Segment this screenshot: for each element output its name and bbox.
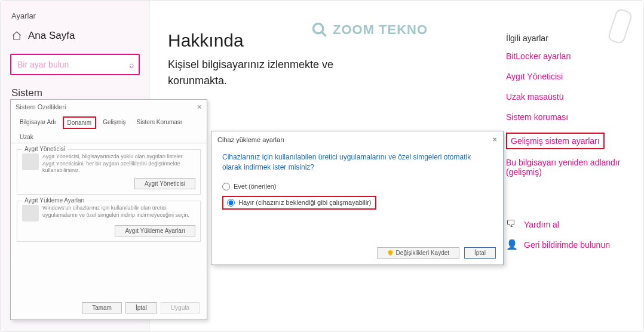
devmgr-desc: Aygıt Yöneticisi, bilgisayarınızda yüklü…	[42, 153, 195, 174]
device-manager-icon	[22, 153, 39, 170]
link-bitlocker[interactable]: BitLocker ayarları	[506, 51, 631, 61]
home-icon	[11, 30, 22, 41]
tab-remote[interactable]: Uzak	[16, 131, 38, 143]
feedback-action[interactable]: 👤 Geri bildirimde bulunun	[506, 239, 631, 251]
legend-devmgr: Aygıt Yöneticisi	[22, 146, 68, 152]
tab-hardware[interactable]: Donanım	[63, 116, 97, 129]
related-heading: İlgili ayarlar	[506, 33, 631, 43]
watermark-logo: ZOOM TEKNO	[311, 21, 428, 38]
search-box[interactable]: ⌕	[10, 54, 140, 75]
person-icon: 👤	[506, 239, 518, 251]
radio-yes-label: Evet (önerilen)	[234, 183, 277, 190]
radio-no[interactable]: Hayır (cihazınız beklendiği gibi çalışma…	[222, 196, 376, 210]
radio-yes-input[interactable]	[222, 183, 230, 190]
tab-advanced[interactable]: Gelişmiş	[99, 116, 130, 129]
tab-computer-name[interactable]: Bilgisayar Adı	[16, 116, 60, 129]
chat-icon: 🗨	[506, 219, 518, 230]
section-system: Sistem	[1, 81, 149, 99]
save-label: Değişiklikleri Kaydet	[396, 250, 449, 256]
devdlg-close-icon[interactable]: ×	[492, 135, 497, 144]
help-label: Yardım al	[524, 220, 559, 229]
sysprops-close-icon[interactable]: ×	[197, 102, 202, 112]
link-rename-pc[interactable]: Bu bilgisayarı yeniden adlandır (gelişmi…	[506, 158, 631, 177]
logo-text: ZOOM TEKNO	[333, 22, 428, 38]
btn-apply: Uygula	[161, 302, 200, 313]
tab-system-protection[interactable]: Sistem Koruması	[133, 116, 186, 129]
home-nav[interactable]: Ana Sayfa	[1, 24, 149, 48]
feedback-label: Geri bildirimde bulunun	[524, 240, 610, 250]
search-icon: ⌕	[129, 60, 134, 69]
install-desc: Windows'un cihazlarınız için kullanılabi…	[42, 205, 195, 222]
device-install-dialog: Cihaz yükleme ayarları × Cihazlarınız iç…	[211, 131, 504, 265]
devdlg-title: Cihaz yükleme ayarları	[217, 136, 284, 143]
link-device-manager[interactable]: Aygıt Yöneticisi	[506, 72, 631, 81]
svg-line-1	[322, 32, 326, 36]
install-settings-icon	[22, 205, 39, 222]
svg-point-0	[314, 24, 323, 33]
btn-save-changes[interactable]: Değişiklikleri Kaydet	[377, 247, 459, 259]
devdlg-question: Cihazlarınız için kullanılabilen üretici…	[222, 152, 492, 173]
group-device-manager: Aygıt Yöneticisi Aygıt Yöneticisi, bilgi…	[17, 149, 201, 195]
home-label: Ana Sayfa	[28, 30, 75, 42]
legend-install: Aygıt Yükleme Ayarları	[22, 197, 87, 204]
btn-cancel[interactable]: İptal	[125, 302, 157, 313]
related-settings: İlgili ayarlar BitLocker ayarları Aygıt …	[506, 33, 631, 259]
system-properties-dialog: Sistem Özellikleri × Bilgisayar Adı Dona…	[10, 99, 207, 320]
search-input[interactable]	[16, 59, 129, 70]
sysprops-title: Sistem Özellikleri	[16, 103, 66, 110]
btn-install-settings[interactable]: Aygıt Yükleme Ayarları	[115, 225, 195, 236]
window-title: Ayarlar	[1, 5, 149, 24]
help-action[interactable]: 🗨 Yardım al	[506, 219, 631, 230]
shield-icon	[387, 250, 394, 256]
sysprops-tabs: Bilgisayar Adı Donanım Gelişmiş Sistem K…	[11, 114, 207, 143]
magnifier-icon	[311, 21, 328, 38]
group-install-settings: Aygıt Yükleme Ayarları Windows'un cihazl…	[17, 201, 201, 242]
link-advanced-system[interactable]: Gelişmiş sistem ayarları	[506, 133, 605, 149]
btn-ok[interactable]: Tamam	[82, 302, 122, 313]
btn-device-manager[interactable]: Aygıt Yöneticisi	[134, 178, 195, 189]
link-remote-desktop[interactable]: Uzak masaüstü	[506, 92, 631, 102]
radio-no-label: Hayır (cihazınız beklendiği gibi çalışma…	[238, 199, 372, 206]
radio-no-input[interactable]	[227, 199, 235, 207]
btn-cancel-dlg[interactable]: İptal	[464, 247, 496, 259]
protection-status: Kişisel bilgisayarınız izlenmekte ve kor…	[168, 57, 383, 89]
radio-yes[interactable]: Evet (önerilen)	[222, 181, 492, 192]
link-system-protection[interactable]: Sistem koruması	[506, 112, 631, 122]
